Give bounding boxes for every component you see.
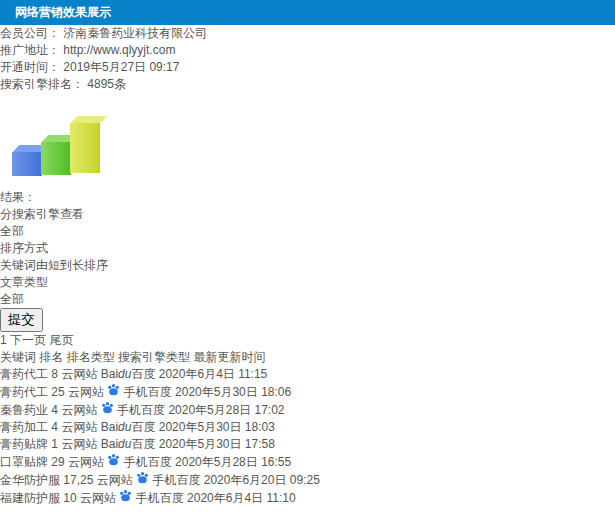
rank-type-cell: 云网站 — [80, 491, 116, 505]
chart-bar-green — [41, 142, 71, 175]
rank-link[interactable]: 1 — [51, 437, 58, 451]
page-1-button[interactable]: 1 — [0, 333, 7, 347]
header-rank: 排名 — [39, 350, 63, 364]
keyword-cell: 膏药加工 — [0, 420, 48, 434]
engine-cell: 手机百度 — [107, 385, 175, 399]
baidu-paw-icon: du — [118, 367, 131, 381]
last-page-button[interactable]: 尾页 — [49, 333, 73, 347]
article-type-select[interactable]: 全部 — [0, 291, 615, 308]
result-label: 结果： — [0, 190, 36, 204]
article-type-label: 文章类型 — [0, 275, 48, 289]
keyword-rank-table: 关键词 排名 排名类型 搜索引擎类型 最新更新时间 膏药代工 8 云网站 Bai… — [0, 349, 615, 507]
rank-type-cell: 云网站 — [61, 367, 97, 381]
mobile-baidu-badge: 手机百度 — [101, 403, 169, 417]
pagination: 1 下一页 尾页 — [0, 332, 615, 349]
mobile-baidu-paw-icon — [101, 403, 117, 417]
mobile-baidu-badge: 手机百度 — [107, 385, 175, 399]
header-bar: 网络营销效果展示 — [0, 0, 615, 25]
next-page-button[interactable]: 下一页 — [10, 333, 46, 347]
rank-link[interactable]: 17,25 — [63, 473, 93, 487]
rank-link[interactable]: 4 — [51, 403, 58, 417]
chart-bar-blue — [12, 152, 42, 176]
baidu-paw-icon: du — [118, 420, 131, 434]
info-section: 会员公司： 济南秦鲁药业科技有限公司 推广地址： http://www.qlyy… — [0, 25, 615, 189]
rank-type-cell: 云网站 — [61, 437, 97, 451]
rank-link[interactable]: 29 — [51, 455, 64, 469]
submit-button[interactable]: 提交 — [0, 308, 43, 332]
table-header-row: 关键词 排名 排名类型 搜索引擎类型 最新更新时间 — [0, 349, 615, 366]
baidu-paw-icon: du — [118, 437, 131, 451]
filter-bar: 结果： 分搜索引擎查看 全部 排序方式 关键词由短到长排序 文章类型 全部 提交 — [0, 189, 615, 332]
engine-cell: Baidu百度 — [101, 367, 159, 381]
table-row: 膏药贴牌 1 云网站 Baidu百度 2020年5月30日 17:58 — [0, 436, 615, 453]
rank-type-cell: 云网站 — [68, 385, 104, 399]
engine-filter-label: 分搜索引擎查看 — [0, 207, 84, 221]
keyword-cell: 福建防护服 — [0, 491, 60, 505]
update-time-cell: 2020年5月30日 18:03 — [159, 420, 275, 434]
bar-chart-graphic — [8, 32, 168, 182]
keyword-cell: 膏药代工 — [0, 367, 48, 381]
table-row: 膏药代工 8 云网站 Baidu百度 2020年6月4日 11:15 — [0, 366, 615, 383]
rank-type-cell: 云网站 — [61, 420, 97, 434]
header-keyword: 关键词 — [0, 350, 36, 364]
table-row: 膏药加工 4 云网站 Baidu百度 2020年5月30日 18:03 — [0, 419, 615, 436]
rank-link[interactable]: 10 — [63, 491, 76, 505]
update-time-cell: 2020年6月4日 11:15 — [159, 367, 268, 381]
mobile-baidu-paw-icon — [136, 473, 152, 487]
filter-controls: 分搜索引擎查看 全部 排序方式 关键词由短到长排序 文章类型 全部 提交 — [0, 206, 615, 332]
mobile-baidu-paw-icon — [107, 385, 123, 399]
engine-cell: Baidu百度 — [101, 437, 159, 451]
engine-filter-value: 全部 — [0, 224, 24, 238]
table-row: 金华防护服 17,25 云网站 手机百度 2020年6月20日 09:25 — [0, 471, 615, 489]
mobile-baidu-badge: 手机百度 — [119, 491, 187, 505]
rank-type-cell: 云网站 — [97, 473, 133, 487]
engine-cell: 手机百度 — [136, 473, 204, 487]
chart-bar-orange — [99, 100, 129, 171]
rank-type-cell: 云网站 — [61, 403, 97, 417]
engine-cell: Baidu百度 — [101, 420, 159, 434]
rank-link[interactable]: 25 — [51, 385, 64, 399]
baidu-logo: Baidu百度 — [101, 420, 159, 434]
update-time-cell: 2020年5月30日 17:58 — [159, 437, 275, 451]
update-time-cell: 2020年6月20日 09:25 — [204, 473, 320, 487]
rank-link[interactable]: 4 — [51, 420, 58, 434]
table-row: 秦鲁药业 4 云网站 手机百度 2020年5月28日 17:02 — [0, 401, 615, 419]
update-time-cell: 2020年5月30日 18:06 — [175, 385, 291, 399]
engine-filter-select[interactable]: 全部 — [0, 223, 615, 240]
engine-cell: 手机百度 — [101, 403, 169, 417]
page-title: 网络营销效果展示 — [15, 5, 111, 19]
update-time-cell: 2020年5月28日 16:55 — [175, 455, 291, 469]
table-row: 膏药代工 25 云网站 手机百度 2020年5月30日 18:06 — [0, 383, 615, 401]
engine-cell: 手机百度 — [107, 455, 175, 469]
baidu-logo: Baidu百度 — [101, 367, 159, 381]
table-body: 膏药代工 8 云网站 Baidu百度 2020年6月4日 11:15 膏药代工 … — [0, 366, 615, 507]
keyword-cell: 口罩贴牌 — [0, 455, 48, 469]
keyword-cell: 膏药贴牌 — [0, 437, 48, 451]
mobile-baidu-paw-icon — [107, 455, 123, 469]
sort-label: 排序方式 — [0, 241, 48, 255]
table-row: 福建防护服 10 云网站 手机百度 2020年6月4日 11:10 — [0, 489, 615, 507]
baidu-logo: Baidu百度 — [101, 437, 159, 451]
rank-type-cell: 云网站 — [68, 455, 104, 469]
keyword-cell: 膏药代工 — [0, 385, 48, 399]
header-engine-type: 搜索引擎类型 — [118, 350, 190, 364]
mobile-baidu-badge: 手机百度 — [107, 455, 175, 469]
sort-select[interactable]: 关键词由短到长排序 — [0, 257, 615, 274]
mobile-baidu-badge: 手机百度 — [136, 473, 204, 487]
article-type-value: 全部 — [0, 292, 24, 306]
update-time-cell: 2020年5月28日 17:02 — [168, 403, 284, 417]
mobile-baidu-paw-icon — [119, 491, 135, 505]
engine-cell: 手机百度 — [119, 491, 187, 505]
rank-link[interactable]: 8 — [51, 367, 58, 381]
page: 网络营销效果展示 会员公司： 济南秦鲁药业科技有限公司 推广地址： — [0, 0, 615, 520]
header-rank-type: 排名类型 — [67, 350, 115, 364]
sort-value: 关键词由短到长排序 — [0, 258, 108, 272]
keyword-cell: 秦鲁药业 — [0, 403, 48, 417]
header-update-time: 最新更新时间 — [193, 350, 265, 364]
chart-bar-yellow — [70, 123, 100, 173]
table-row: 口罩贴牌 29 云网站 手机百度 2020年5月28日 16:55 — [0, 453, 615, 471]
update-time-cell: 2020年6月4日 11:10 — [187, 491, 296, 505]
keyword-cell: 金华防护服 — [0, 473, 60, 487]
